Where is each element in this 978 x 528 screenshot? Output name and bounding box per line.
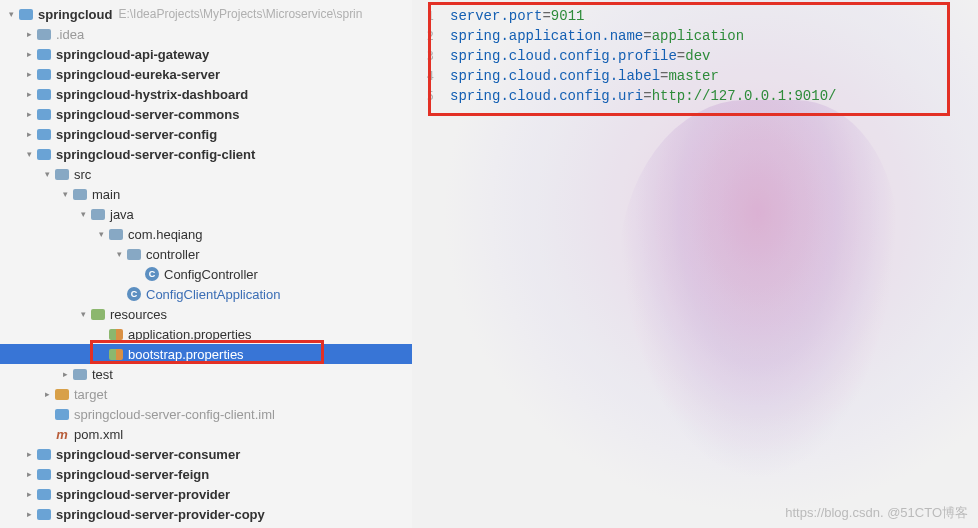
editor-panel[interactable]: 12345 server.port=9011spring.application… <box>412 0 978 528</box>
chevron-down-icon[interactable]: ▾ <box>78 209 88 219</box>
module-icon <box>36 66 52 82</box>
property-key: spring.application.name <box>450 28 643 44</box>
chevron-right-icon[interactable]: ▸ <box>42 389 52 399</box>
tree-label: bootstrap.properties <box>128 347 244 362</box>
tree-item-springcloud[interactable]: ▾springcloudE:\IdeaProjects\MyProjects\M… <box>0 4 412 24</box>
no-arrow <box>96 349 106 359</box>
props-icon <box>108 326 124 342</box>
tree-item-springcloud-server-commons[interactable]: ▸springcloud-server-commons <box>0 104 412 124</box>
tree-label: springcloud-server-config <box>56 127 217 142</box>
tree-item-springcloud-server-config-client-iml[interactable]: springcloud-server-config-client.iml <box>0 404 412 424</box>
tree-item-target[interactable]: ▸target <box>0 384 412 404</box>
tree-label: com.heqiang <box>128 227 202 242</box>
watermark: https://blog.csdn. @51CTO博客 <box>785 504 968 522</box>
chevron-right-icon[interactable]: ▸ <box>24 109 34 119</box>
tree-item-pom-xml[interactable]: mpom.xml <box>0 424 412 444</box>
tree-label: ConfigController <box>164 267 258 282</box>
line-gutter: 12345 <box>412 6 442 106</box>
tree-item-springcloud-server-consumer[interactable]: ▸springcloud-server-consumer <box>0 444 412 464</box>
tree-item-controller[interactable]: ▾controller <box>0 244 412 264</box>
tree-label: springcloud-server-config-client.iml <box>74 407 275 422</box>
folder-icon <box>108 226 124 242</box>
tree-label: springcloud-server-provider-copy <box>56 507 265 522</box>
chevron-right-icon[interactable]: ▸ <box>24 29 34 39</box>
tree-label: springcloud-server-feign <box>56 467 209 482</box>
module-icon <box>36 506 52 522</box>
tree-label: java <box>110 207 134 222</box>
no-arrow <box>96 329 106 339</box>
class-icon: C <box>126 286 142 302</box>
line-number: 1 <box>412 6 442 26</box>
property-key: server.port <box>450 8 542 24</box>
folder-icon <box>90 206 106 222</box>
chevron-right-icon[interactable]: ▸ <box>24 129 34 139</box>
folder-icon <box>54 166 70 182</box>
tree-label: springcloud-server-provider <box>56 487 230 502</box>
module-icon <box>36 446 52 462</box>
tree-item-springcloud-eureka-server[interactable]: ▸springcloud-eureka-server <box>0 64 412 84</box>
chevron-right-icon[interactable]: ▸ <box>24 489 34 499</box>
maven-icon: m <box>54 426 70 442</box>
chevron-right-icon[interactable]: ▸ <box>24 449 34 459</box>
module-icon <box>36 126 52 142</box>
line-number: 3 <box>412 46 442 66</box>
module-icon <box>36 146 52 162</box>
tree-item-configclientapplication[interactable]: CConfigClientApplication <box>0 284 412 304</box>
code-line[interactable]: spring.application.name=application <box>450 26 970 46</box>
chevron-down-icon[interactable]: ▾ <box>24 149 34 159</box>
chevron-down-icon[interactable]: ▾ <box>78 309 88 319</box>
folder-icon <box>36 26 52 42</box>
chevron-right-icon[interactable]: ▸ <box>60 369 70 379</box>
tree-item-springcloud-api-gateway[interactable]: ▸springcloud-api-gateway <box>0 44 412 64</box>
code-line[interactable]: server.port=9011 <box>450 6 970 26</box>
folder-icon <box>126 246 142 262</box>
tree-item-springcloud-server-provider[interactable]: ▸springcloud-server-provider <box>0 484 412 504</box>
chevron-down-icon[interactable]: ▾ <box>114 249 124 259</box>
chevron-down-icon[interactable]: ▾ <box>96 229 106 239</box>
chevron-down-icon[interactable]: ▾ <box>6 9 16 19</box>
tree-item-springcloud-hystrix-dashboard[interactable]: ▸springcloud-hystrix-dashboard <box>0 84 412 104</box>
code-line[interactable]: spring.cloud.config.profile=dev <box>450 46 970 66</box>
chevron-right-icon[interactable]: ▸ <box>24 469 34 479</box>
tree-label: springcloud <box>38 7 112 22</box>
tree-item-configcontroller[interactable]: CConfigController <box>0 264 412 284</box>
project-tree-panel[interactable]: ▾springcloudE:\IdeaProjects\MyProjects\M… <box>0 0 412 528</box>
module-icon <box>36 486 52 502</box>
tree-label: resources <box>110 307 167 322</box>
tree-item-springcloud-server-config[interactable]: ▸springcloud-server-config <box>0 124 412 144</box>
tree-label: main <box>92 187 120 202</box>
chevron-down-icon[interactable]: ▾ <box>60 189 70 199</box>
property-value: dev <box>685 48 710 64</box>
property-value: application <box>652 28 744 44</box>
chevron-right-icon[interactable]: ▸ <box>24 89 34 99</box>
property-value: 9011 <box>551 8 585 24</box>
chevron-down-icon[interactable]: ▾ <box>42 169 52 179</box>
tree-item--idea[interactable]: ▸.idea <box>0 24 412 44</box>
tree-item-resources[interactable]: ▾resources <box>0 304 412 324</box>
module-icon <box>36 86 52 102</box>
line-number: 5 <box>412 86 442 106</box>
tree-item-springcloud-server-provider-copy[interactable]: ▸springcloud-server-provider-copy <box>0 504 412 524</box>
tree-item-test[interactable]: ▸test <box>0 364 412 384</box>
tree-item-springcloud-server-feign[interactable]: ▸springcloud-server-feign <box>0 464 412 484</box>
props-icon <box>108 346 124 362</box>
line-number: 4 <box>412 66 442 86</box>
tree-label: src <box>74 167 91 182</box>
code-area[interactable]: server.port=9011spring.application.name=… <box>450 6 970 106</box>
tree-item-com-heqiang[interactable]: ▾com.heqiang <box>0 224 412 244</box>
project-path: E:\IdeaProjects\MyProjects\Microservice\… <box>118 7 362 21</box>
chevron-right-icon[interactable]: ▸ <box>24 509 34 519</box>
tree-item-springcloud-server-config-client[interactable]: ▾springcloud-server-config-client <box>0 144 412 164</box>
tree-item-main[interactable]: ▾main <box>0 184 412 204</box>
property-key: spring.cloud.config.label <box>450 68 660 84</box>
tree-label: springcloud-server-consumer <box>56 447 240 462</box>
tree-item-application-properties[interactable]: application.properties <box>0 324 412 344</box>
code-line[interactable]: spring.cloud.config.uri=http://127.0.0.1… <box>450 86 970 106</box>
chevron-right-icon[interactable]: ▸ <box>24 49 34 59</box>
code-line[interactable]: spring.cloud.config.label=master <box>450 66 970 86</box>
tree-item-java[interactable]: ▾java <box>0 204 412 224</box>
tree-item-src[interactable]: ▾src <box>0 164 412 184</box>
main-container: ▾springcloudE:\IdeaProjects\MyProjects\M… <box>0 0 978 528</box>
chevron-right-icon[interactable]: ▸ <box>24 69 34 79</box>
tree-item-bootstrap-properties[interactable]: bootstrap.properties <box>0 344 412 364</box>
